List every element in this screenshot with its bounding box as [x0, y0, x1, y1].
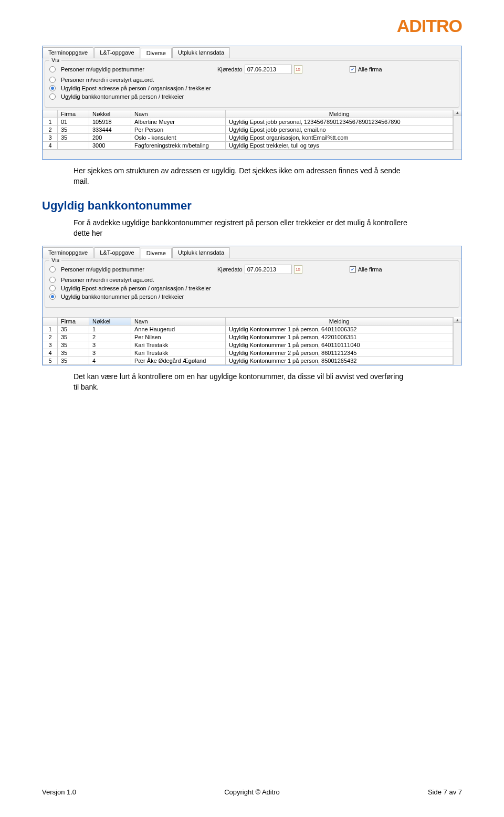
table-row[interactable]: 3 35 200 Oslo - konsulent Ugyldig Epost … [43, 134, 453, 142]
cell: Pær Åke Ødegård Ægøland [131, 357, 226, 365]
radio-label: Personer m/verdi i overstyrt aga.ord. [61, 77, 154, 83]
tab-utplukk[interactable]: Utplukk lønnsdata [172, 247, 230, 258]
cell: 2 [43, 333, 58, 341]
cell: Ugyldig Kontonummer 1 på person, 6401100… [226, 326, 453, 333]
col-firma[interactable]: Firma [58, 318, 89, 326]
scrollbar[interactable] [453, 317, 461, 365]
calendar-icon[interactable]: 15 [294, 265, 302, 274]
cell: 35 [58, 357, 89, 365]
cell: Ugyldig Epost trekkeier, tull og tøys [226, 142, 453, 150]
date-input[interactable]: 07.06.2013 [245, 265, 292, 274]
radio-postnummer[interactable] [49, 266, 56, 273]
radio-label: Ugyldig bankkontonummer på person / trek… [61, 294, 184, 300]
col-melding[interactable]: Melding [226, 318, 453, 326]
checkbox-label: Alle firma [358, 66, 382, 72]
alle-firma-checkbox[interactable]: ✓ [350, 66, 356, 72]
screenshot-panel-1: Terminoppgave L&T-oppgave Diverse Utpluk… [42, 46, 462, 160]
cell: 3 [43, 134, 58, 142]
cell [58, 142, 89, 150]
cell: 4 [43, 142, 58, 150]
cell: Ugyldig Kontonummer 1 på person, 4220100… [226, 333, 453, 341]
cell: 1 [43, 326, 58, 333]
cell: 3 [43, 341, 58, 349]
tab-terminoppgave[interactable]: Terminoppgave [43, 247, 93, 258]
cell: 3 [89, 349, 131, 357]
cell: Ugyldig Epost jobb personal, 12345678901… [226, 118, 453, 126]
table-row[interactable]: 2 35 333444 Per Person Ugyldig Epost job… [43, 126, 453, 134]
radio-label: Ugyldig Epost-adresse på person / organi… [61, 285, 211, 291]
col-nokkel[interactable]: Nøkkel [89, 110, 131, 118]
cell: Per Person [131, 126, 226, 134]
vis-fieldset: Vis Personer m/ugyldig postnummer Kjøred… [45, 60, 459, 108]
cell: Ugyldig Epost jobb personal, email.no [226, 126, 453, 134]
paragraph-2: For å avdekke ugyldige bankkontonummer r… [74, 218, 410, 238]
cell: 35 [58, 349, 89, 357]
tab-utplukk[interactable]: Utplukk lønnsdata [172, 47, 230, 58]
brand-logo: ADITRO [42, 16, 462, 36]
radio-label: Personer m/verdi i overstyrt aga.ord. [61, 277, 154, 283]
cell: 35 [58, 326, 89, 333]
cell: 1 [89, 326, 131, 333]
radio-postnummer[interactable] [49, 66, 56, 72]
table-row[interactable]: 5 35 4 Pær Åke Ødegård Ægøland Ugyldig K… [43, 357, 453, 365]
tab-lt-oppgave[interactable]: L&T-oppgave [94, 247, 140, 258]
cell: 3 [89, 341, 131, 349]
col-rownum[interactable] [43, 318, 58, 326]
col-firma[interactable]: Firma [58, 110, 89, 118]
table-row[interactable]: 1 01 105918 Albertine Meyer Ugyldig Epos… [43, 118, 453, 126]
cell: 01 [58, 118, 89, 126]
cell: 5 [43, 357, 58, 365]
alle-firma-checkbox[interactable]: ✓ [350, 266, 356, 273]
cell: Oslo - konsulent [131, 134, 226, 142]
cell: 2 [89, 333, 131, 341]
results-table-1: Firma Nøkkel Navn Melding 1 01 105918 Al… [43, 110, 453, 150]
col-navn[interactable]: Navn [131, 318, 226, 326]
radio-aga[interactable] [49, 77, 56, 83]
col-nokkel[interactable]: Nøkkel [89, 318, 131, 326]
tab-diverse[interactable]: Diverse [141, 48, 172, 58]
radio-bankkonto[interactable] [49, 294, 56, 300]
footer-version: Versjon 1.0 [42, 788, 76, 796]
date-label: Kjøredato [217, 66, 243, 72]
cell: Ugyldig Kontonummer 1 på person, 8500126… [226, 357, 453, 365]
radio-label: Ugyldig bankkontonummer på person / trek… [61, 93, 184, 100]
fieldset-legend: Vis [49, 57, 61, 63]
table-row[interactable]: 3 35 3 Kari Trestakk Ugyldig Kontonummer… [43, 341, 453, 349]
radio-epost[interactable] [49, 285, 56, 291]
tab-lt-oppgave[interactable]: L&T-oppgave [94, 47, 140, 58]
tab-terminoppgave[interactable]: Terminoppgave [43, 47, 93, 58]
scrollbar[interactable] [453, 110, 461, 150]
table-row[interactable]: 1 35 1 Anne Haugerud Ugyldig Kontonummer… [43, 326, 453, 333]
col-navn[interactable]: Navn [131, 110, 226, 118]
cell: Ugyldig Kontonummer 1 på person, 6401101… [226, 341, 453, 349]
cell: 35 [58, 126, 89, 134]
col-melding[interactable]: Melding [226, 110, 453, 118]
page-footer: Versjon 1.0 Copyright © Aditro Side 7 av… [42, 788, 462, 796]
date-input[interactable]: 07.06.2013 [245, 65, 292, 74]
radio-label: Ugyldig Epost-adresse på person / organi… [61, 85, 211, 91]
table-row[interactable]: 4 3000 Fagforeningstrekk m/betaling Ugyl… [43, 142, 453, 150]
radio-aga[interactable] [49, 277, 56, 283]
cell: Per Nilsen [131, 333, 226, 341]
col-rownum[interactable] [43, 110, 58, 118]
date-label: Kjøredato [217, 266, 243, 273]
tab-bar: Terminoppgave L&T-oppgave Diverse Utpluk… [43, 46, 461, 58]
cell: 3000 [89, 142, 131, 150]
results-table-2: Firma Nøkkel Navn Melding 1 35 1 Anne Ha… [43, 317, 453, 365]
cell: Ugyldig Kontonummer 2 på person, 8601121… [226, 349, 453, 357]
table-row[interactable]: 4 35 3 Kari Trestakk Ugyldig Kontonummer… [43, 349, 453, 357]
cell: Kari Trestakk [131, 341, 226, 349]
radio-bankkonto[interactable] [49, 93, 56, 100]
cell: Kari Trestakk [131, 349, 226, 357]
radio-epost[interactable] [49, 85, 56, 91]
fieldset-legend: Vis [49, 257, 61, 263]
table-row[interactable]: 2 35 2 Per Nilsen Ugyldig Kontonummer 1 … [43, 333, 453, 341]
paragraph-3: Det kan være lurt å kontrollere om en ha… [74, 372, 410, 392]
tab-diverse[interactable]: Diverse [141, 248, 172, 258]
cell: Albertine Meyer [131, 118, 226, 126]
cell: 1 [43, 118, 58, 126]
radio-label: Personer m/ugyldig postnummer [61, 66, 144, 72]
vis-fieldset: Vis Personer m/ugyldig postnummer Kjøred… [45, 260, 459, 308]
calendar-icon[interactable]: 15 [294, 65, 302, 74]
cell: 2 [43, 126, 58, 134]
